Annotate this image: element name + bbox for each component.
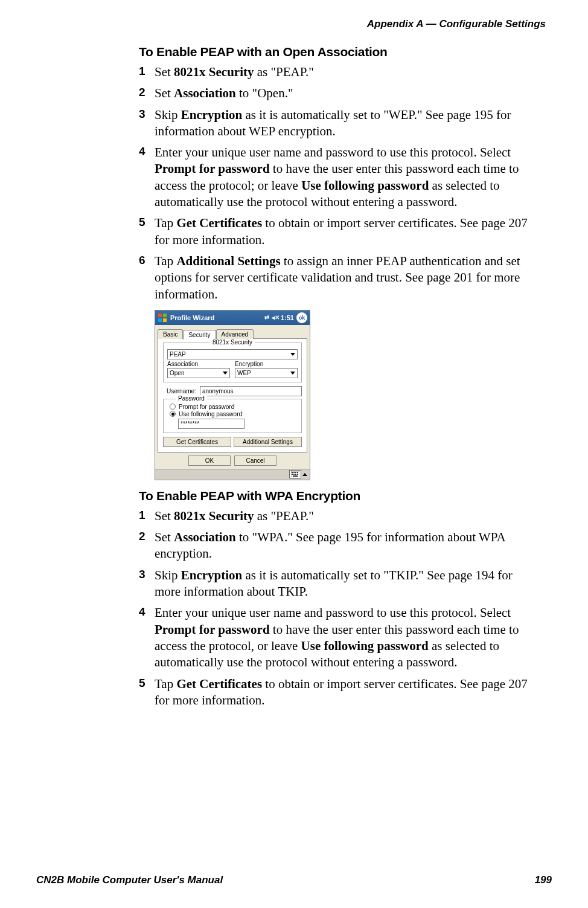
step-number: 4: [139, 605, 155, 671]
chevron-down-icon: [290, 353, 295, 356]
step-number: 3: [139, 567, 155, 601]
encryption-label: Encryption: [235, 361, 298, 367]
tab-basic[interactable]: Basic: [158, 329, 183, 339]
step-text: Set Association to "Open.": [155, 85, 528, 101]
bold-term: Get Certificates: [176, 216, 262, 230]
step-text: Tap Get Certificates to obtain or import…: [155, 676, 528, 709]
step-text: Set 8021x Security as "PEAP.": [155, 508, 528, 524]
password-group: Password Prompt for password Use followi…: [163, 399, 302, 433]
step-item: 3Skip Encryption as it is automatically …: [139, 107, 528, 140]
ok-button[interactable]: OK: [188, 456, 231, 466]
step-number: 5: [139, 215, 155, 248]
step-item: 1Set 8021x Security as "PEAP.": [139, 508, 528, 524]
association-dropdown[interactable]: Open: [167, 368, 230, 378]
ok-round-button[interactable]: ok: [296, 312, 307, 323]
step-number: 3: [139, 107, 155, 140]
encryption-value: WEP: [237, 370, 251, 376]
password-field[interactable]: ********: [178, 419, 244, 429]
bold-term: Encryption: [181, 568, 243, 582]
chevron-down-icon: [290, 372, 295, 375]
prompt-for-password-radio[interactable]: Prompt for password: [170, 404, 298, 410]
bold-term: Prompt for password: [155, 161, 270, 176]
step-item: 4Enter your unique user name and passwor…: [139, 144, 528, 210]
step-number: 1: [139, 64, 155, 80]
tab-security[interactable]: Security: [183, 330, 216, 340]
tab-strip: Basic Security Advanced: [155, 329, 310, 338]
keyboard-icon[interactable]: [289, 470, 301, 478]
volume-icon: ◂✕: [272, 314, 280, 321]
use-following-password-label: Use following password:: [179, 411, 244, 417]
username-field[interactable]: anonymous: [200, 386, 302, 396]
bold-term: Use following password: [301, 639, 429, 653]
section1-title: To Enable PEAP with an Open Association: [139, 45, 528, 59]
radio-icon: [170, 404, 176, 410]
association-label: Association: [167, 361, 230, 367]
step-text: Skip Encryption as it is automatically s…: [155, 107, 528, 140]
step-text: Set Association to "WPA." See page 195 f…: [155, 529, 528, 562]
titlebar: Profile Wizard ⇄ ◂✕ 1:51 ok: [155, 311, 310, 325]
association-value: Open: [170, 370, 184, 376]
step-text: Tap Additional Settings to assign an inn…: [155, 253, 528, 303]
chevron-down-icon: [223, 372, 228, 375]
step-number: 1: [139, 508, 155, 524]
section2-title: To Enable PEAP with WPA Encryption: [139, 489, 528, 503]
svg-rect-7: [295, 472, 296, 473]
connectivity-icon: ⇄: [264, 314, 269, 321]
step-item: 5Tap Get Certificates to obtain or impor…: [139, 215, 528, 248]
username-label: Username:: [167, 388, 196, 394]
cancel-button[interactable]: Cancel: [234, 456, 276, 466]
step-number: 4: [139, 144, 155, 210]
bold-term: Get Certificates: [176, 677, 262, 691]
step-item: 6Tap Additional Settings to assign an in…: [139, 253, 528, 303]
window-title: Profile Wizard: [170, 314, 214, 321]
section2-steps: 1Set 8021x Security as "PEAP."2Set Assoc…: [139, 508, 528, 709]
step-text: Set 8021x Security as "PEAP.": [155, 64, 528, 80]
svg-rect-1: [163, 314, 167, 317]
svg-rect-3: [163, 318, 167, 322]
sip-up-arrow-icon[interactable]: [302, 473, 307, 476]
step-number: 2: [139, 529, 155, 562]
radio-icon: [170, 411, 176, 417]
security-panel: 8021x Security PEAP Association Open: [158, 338, 307, 452]
svg-rect-0: [158, 314, 162, 317]
profile-wizard-screenshot: Profile Wizard ⇄ ◂✕ 1:51 ok Basic Securi…: [155, 310, 310, 480]
password-legend: Password: [176, 395, 207, 402]
get-certificates-button[interactable]: Get Certificates: [163, 437, 231, 447]
step-item: 1Set 8021x Security as "PEAP.": [139, 64, 528, 80]
step-item: 2Set Association to "Open.": [139, 85, 528, 101]
8021x-security-legend: 8021x Security: [210, 339, 255, 346]
page-content: To Enable PEAP with an Open Association …: [139, 45, 528, 709]
8021x-security-dropdown[interactable]: PEAP: [167, 349, 298, 359]
svg-rect-10: [293, 474, 295, 475]
svg-rect-2: [158, 318, 162, 322]
windows-logo-icon: [158, 313, 167, 323]
bold-term: Association: [174, 86, 236, 100]
section1-steps: 1Set 8021x Security as "PEAP."2Set Assoc…: [139, 64, 528, 303]
bold-term: 8021x Security: [174, 509, 254, 523]
use-following-password-radio[interactable]: Use following password:: [170, 411, 298, 417]
bold-term: Additional Settings: [176, 254, 280, 268]
step-text: Enter your unique user name and password…: [155, 144, 528, 210]
step-text: Tap Get Certificates to obtain or import…: [155, 215, 528, 248]
svg-rect-13: [293, 475, 298, 477]
page-footer: CN2B Mobile Computer User's Manual 199: [36, 874, 552, 886]
bold-term: Association: [174, 530, 236, 544]
8021x-security-value: PEAP: [170, 351, 186, 358]
clock: 1:51: [281, 314, 294, 321]
additional-settings-button[interactable]: Additional Settings: [234, 437, 302, 447]
bold-term: Prompt for password: [155, 622, 270, 637]
footer-page-number: 199: [535, 874, 552, 886]
encryption-dropdown[interactable]: WEP: [235, 368, 298, 378]
password-value: ********: [181, 420, 199, 427]
footer-manual-title: CN2B Mobile Computer User's Manual: [36, 874, 223, 886]
svg-rect-9: [292, 474, 293, 475]
username-value: anonymous: [202, 388, 234, 394]
tab-advanced[interactable]: Advanced: [216, 329, 254, 339]
running-header: Appendix A — Configurable Settings: [36, 18, 552, 30]
bold-term: Encryption: [181, 108, 243, 122]
step-number: 2: [139, 85, 155, 101]
step-text: Enter your unique user name and password…: [155, 605, 528, 671]
8021x-security-group: 8021x Security PEAP Association Open: [163, 343, 302, 382]
svg-rect-11: [295, 474, 296, 475]
step-number: 5: [139, 676, 155, 709]
